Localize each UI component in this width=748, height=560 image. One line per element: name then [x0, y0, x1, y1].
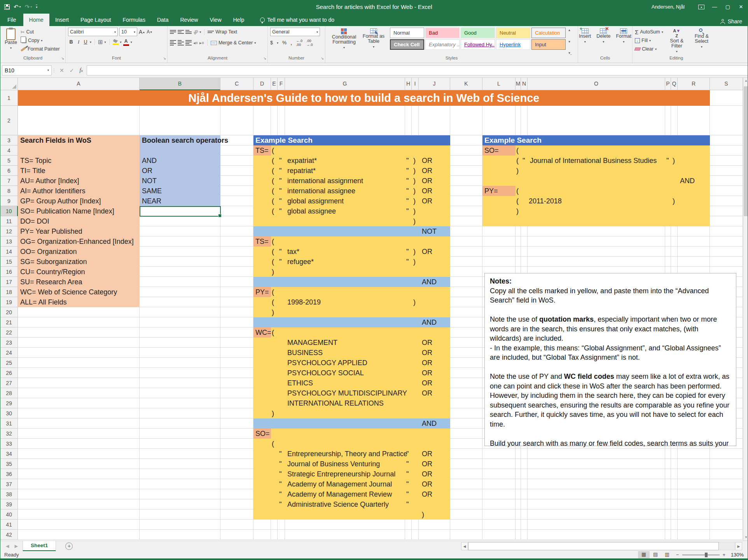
cell-E10[interactable]: (	[271, 206, 278, 216]
row-header-4[interactable]: 4	[0, 145, 18, 156]
bold-icon[interactable]: B	[68, 39, 74, 45]
row-header-24[interactable]: 24	[0, 348, 18, 358]
zoom-in-icon[interactable]: +	[723, 552, 726, 558]
cell-style-neutral[interactable]: Neutral	[496, 28, 530, 38]
cell-A5[interactable]: TS= Topic	[18, 156, 140, 166]
cell-A15[interactable]: SG= Suborganization	[18, 257, 140, 267]
cell-H8[interactable]: "	[405, 186, 412, 196]
underline-icon[interactable]: U	[83, 39, 88, 45]
font-dialog-launcher-icon[interactable]: ↘	[163, 56, 166, 60]
cell-F10[interactable]: "	[278, 206, 285, 216]
cell-style-input[interactable]: Input	[531, 39, 566, 50]
cell-H14[interactable]: "	[405, 247, 412, 257]
cell-H36[interactable]: "	[405, 469, 412, 479]
italic-icon[interactable]: I	[76, 39, 81, 45]
maximize-button[interactable]: ▢	[721, 0, 734, 14]
cell-E7[interactable]: (	[271, 176, 278, 186]
cell-H38[interactable]: "	[405, 489, 412, 499]
cell-F5[interactable]: "	[278, 156, 285, 166]
cell-N9[interactable]: 2011-2018	[521, 196, 529, 206]
close-button[interactable]: ✕	[734, 0, 748, 14]
row-header-10[interactable]: 10	[0, 206, 18, 216]
align-center-icon[interactable]	[178, 40, 184, 46]
cell-D4[interactable]: TS=	[253, 145, 271, 156]
scroll-up-icon[interactable]: ▲	[743, 78, 748, 84]
row-header-39[interactable]: 39	[0, 499, 18, 509]
cell-L8[interactable]: PY=	[482, 186, 516, 196]
cell-E18[interactable]: (	[271, 287, 278, 297]
column-header-R[interactable]: R	[678, 78, 710, 90]
redo-icon[interactable]: ↷▾	[25, 4, 32, 10]
cell-G29[interactable]: INTERNATIONAL RELATIONS	[285, 398, 405, 408]
row-header-35[interactable]: 35	[0, 459, 18, 469]
row-header-21[interactable]: 21	[0, 317, 18, 327]
column-header-E[interactable]: E	[271, 78, 278, 90]
cell-H6[interactable]: "	[405, 166, 412, 176]
cell-I5[interactable]: )	[412, 156, 419, 166]
cell-A17[interactable]: SU= Research Area	[18, 277, 140, 287]
ribbon-tab-data[interactable]: Data	[151, 14, 175, 26]
fill-color-icon[interactable]	[113, 39, 119, 45]
tell-me-box[interactable]: Tell me what you want to do	[260, 14, 334, 26]
ribbon-tab-view[interactable]: View	[204, 14, 227, 26]
cell-B9[interactable]: NEAR	[140, 196, 220, 206]
column-header-L[interactable]: L	[482, 78, 516, 90]
cell-A3[interactable]: Search Fields in WoS	[18, 135, 140, 145]
row-header-2[interactable]: 2	[0, 106, 18, 135]
cell-M4[interactable]: (	[516, 145, 521, 156]
cell-I11[interactable]: )	[412, 216, 419, 226]
autosum-button[interactable]: ΣAutoSum▾	[635, 28, 663, 36]
cell-G34[interactable]: Entrepreneurship, Theory and Practice	[285, 449, 405, 459]
cell-H34[interactable]: "	[405, 449, 412, 459]
cell-E15[interactable]: (	[271, 257, 278, 267]
cell-E9[interactable]: (	[271, 196, 278, 206]
select-all-corner[interactable]	[0, 78, 18, 90]
cell-E4[interactable]: (	[271, 145, 278, 156]
cell-J9[interactable]: OR	[419, 196, 450, 206]
clipboard-dialog-launcher-icon[interactable]: ↘	[61, 56, 64, 60]
cell-style-bad[interactable]: Bad	[425, 28, 460, 38]
column-header-F[interactable]: F	[278, 78, 285, 90]
cell-F9[interactable]: "	[278, 196, 285, 206]
sort-filter-button[interactable]: A▼Z Sort & Filter▾	[666, 28, 688, 56]
row-header-33[interactable]: 33	[0, 439, 18, 449]
column-header-G[interactable]: G	[285, 78, 405, 90]
ribbon-tab-insert[interactable]: Insert	[49, 14, 75, 26]
cell-style-explanatory[interactable]: Explanatory ...	[425, 39, 460, 50]
cell-L4[interactable]: SO=	[482, 145, 516, 156]
row-header-6[interactable]: 6	[0, 166, 18, 176]
cell-G25[interactable]: PSYCHOLOGY APPLIED	[285, 358, 405, 368]
cell-H5[interactable]: "	[405, 156, 412, 166]
cell-P5[interactable]: "	[665, 156, 671, 166]
row-header-11[interactable]: 11	[0, 216, 18, 226]
cell-F14[interactable]: "	[278, 247, 285, 257]
cell-E13[interactable]: (	[271, 236, 278, 247]
cell-H15[interactable]: "	[405, 257, 412, 267]
column-header-B[interactable]: B	[140, 78, 220, 90]
cell-J8[interactable]: OR	[419, 186, 450, 196]
ribbon-tab-home[interactable]: Home	[23, 14, 49, 26]
format-cells-button[interactable]: ▬ Format▾	[614, 28, 633, 56]
column-header-J[interactable]: J	[419, 78, 450, 90]
cell-J34[interactable]: OR	[419, 449, 450, 459]
cell-J31[interactable]: AND	[419, 418, 450, 429]
cell-D3[interactable]: Example Search	[253, 135, 271, 145]
cell-D18[interactable]: PY=	[253, 287, 271, 297]
column-header-D[interactable]: D	[253, 78, 271, 90]
undo-icon[interactable]: ↶▾	[14, 4, 21, 10]
cell-F39[interactable]: "	[278, 499, 285, 509]
column-header-A[interactable]: A	[18, 78, 140, 90]
row-header-13[interactable]: 13	[0, 236, 18, 247]
cell-D22[interactable]: WC=	[253, 327, 271, 338]
cell-I10[interactable]: )	[412, 206, 419, 216]
cell-I7[interactable]: )	[412, 176, 419, 186]
cell-M9[interactable]: (	[516, 196, 521, 206]
cell-Q5[interactable]: )	[671, 156, 678, 166]
cell-B8[interactable]: SAME	[140, 186, 220, 196]
delete-cells-button[interactable]: ✕ Delete▾	[594, 28, 612, 56]
vertical-scroll-thumb[interactable]	[744, 86, 748, 216]
cell-F38[interactable]: "	[278, 489, 285, 499]
row-header-30[interactable]: 30	[0, 408, 18, 418]
cell-Q9[interactable]: )	[671, 196, 678, 206]
zoom-slider-thumb[interactable]	[705, 553, 708, 557]
